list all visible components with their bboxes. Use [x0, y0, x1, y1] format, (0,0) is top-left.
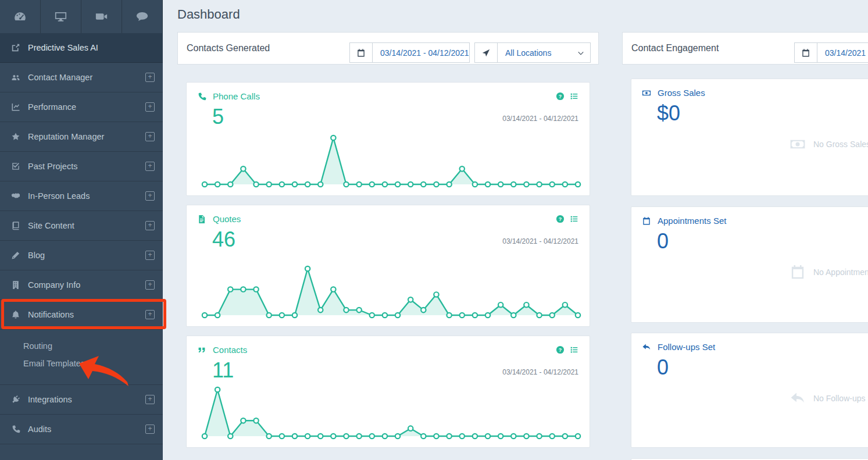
expand-plus-icon[interactable]: +: [145, 191, 155, 201]
star-icon: [11, 132, 20, 141]
svg-text:?: ?: [559, 216, 562, 222]
empty-state: No Gross Sales: [790, 136, 868, 152]
card-gross-sales: Gross Sales$0No Gross Sales: [631, 79, 868, 196]
sidebar-item-in-person-leads[interactable]: In-Person Leads+: [0, 181, 163, 211]
handshake-icon: [11, 191, 20, 201]
card-value: 0: [657, 231, 868, 252]
sidebar-item-label: Audits: [28, 425, 51, 434]
question-icon[interactable]: ?: [556, 215, 565, 223]
location-arrow-icon-cell: [475, 43, 498, 62]
expand-plus-icon[interactable]: +: [145, 132, 155, 141]
card-label: Appointments Set: [658, 216, 726, 226]
expand-plus-icon[interactable]: +: [145, 425, 155, 434]
card-value: 0: [657, 357, 868, 378]
sidebar-item-past-projects[interactable]: Past Projects+: [0, 152, 163, 181]
empty-state-text: No Appointments: [813, 268, 868, 277]
sidebar-item-notifications[interactable]: Notifications+: [0, 300, 163, 330]
calendar-icon-cell: [795, 43, 817, 62]
plug-icon: [11, 395, 20, 404]
expand-plus-icon[interactable]: +: [145, 73, 155, 82]
submenu-item-routing[interactable]: Routing: [0, 337, 163, 355]
sidebar-item-contact-manager[interactable]: Contact Manager+: [0, 63, 163, 92]
calendar-icon: [642, 216, 651, 226]
sidebar-item-label: Notifications: [28, 310, 74, 319]
question-icon[interactable]: ?: [556, 92, 565, 101]
chevron-down-icon: [577, 43, 590, 62]
sidebar-item-label: Blog: [28, 251, 45, 260]
card-label: Contacts: [213, 345, 247, 355]
card-header: Appointments Set: [631, 207, 868, 226]
card-label: Follow-ups Set: [658, 342, 715, 352]
sidebar-item-label: Integrations: [28, 395, 72, 404]
empty-state-text: No Gross Sales: [813, 140, 868, 149]
card-appointments-set: Appointments Set0No Appointments: [631, 206, 868, 323]
sidebar-item-site-content[interactable]: Site Content+: [0, 211, 163, 241]
money-bill-icon: [642, 88, 651, 98]
card-header: Gross Sales: [631, 79, 868, 98]
location-select-value[interactable]: All Locations: [498, 43, 577, 62]
page-title: Dashboard: [177, 7, 240, 22]
calendar-icon-cell: [350, 43, 373, 62]
money-bill-icon: [790, 136, 806, 152]
date-range-value[interactable]: 03/14/2021 - 0: [817, 43, 868, 62]
expand-plus-icon[interactable]: +: [145, 251, 155, 260]
expand-plus-icon[interactable]: +: [145, 162, 155, 171]
expand-plus-icon[interactable]: +: [145, 310, 155, 319]
reply-icon: [642, 343, 651, 352]
check-square-icon: [11, 162, 20, 171]
location-select[interactable]: All Locations: [474, 42, 591, 63]
question-icon[interactable]: ?: [556, 345, 565, 354]
date-range-value[interactable]: 03/14/2021 - 04/12/2021: [373, 43, 477, 62]
book-icon: [11, 221, 20, 230]
list-icon[interactable]: [570, 92, 578, 101]
sidebar-item-label: Contact Manager: [28, 73, 92, 82]
expand-plus-icon[interactable]: +: [145, 395, 155, 404]
expand-plus-icon[interactable]: +: [145, 221, 155, 230]
svg-text:?: ?: [559, 347, 562, 353]
sidebar-item-predictive-sales-ai[interactable]: Predictive Sales AI: [0, 33, 163, 63]
sidebar-item-reputation-manager[interactable]: Reputation Manager+: [0, 122, 163, 152]
expand-plus-icon[interactable]: +: [145, 280, 155, 290]
topbar: [0, 0, 163, 33]
list-icon[interactable]: [570, 345, 578, 354]
card-value: $0: [657, 103, 868, 124]
card-label: Gross Sales: [658, 88, 705, 98]
panel-title: Contact Engagement: [631, 43, 719, 54]
sidebar-item-label: Reputation Manager: [28, 132, 104, 141]
submenu-item-email-templates[interactable]: Email Templates: [0, 355, 163, 372]
card-follow-ups-set: Follow-ups Set0No Follow-ups S: [631, 333, 868, 448]
card-header: Phone Calls?: [187, 83, 590, 101]
date-range-picker[interactable]: 03/14/2021 - 0: [794, 42, 868, 63]
sidebar-item-label: Site Content: [28, 221, 74, 230]
topbar-gauge-button[interactable]: [0, 0, 41, 33]
card-label: Phone Calls: [213, 91, 260, 101]
topbar-video-button[interactable]: [81, 0, 122, 33]
bell-icon: [11, 310, 20, 319]
sidebar-item-integrations[interactable]: Integrations+: [0, 385, 163, 415]
sidebar-menu: Predictive Sales AIContact Manager+Perfo…: [0, 33, 163, 444]
topbar-comment-button[interactable]: [122, 0, 163, 33]
contacts-generated-panel-header: Contacts Generated 03/14/2021 - 04/12/20…: [177, 32, 599, 65]
card-date-range: 03/14/2021 - 04/12/2021: [502, 368, 578, 376]
empty-state-text: No Follow-ups S: [813, 394, 868, 403]
comment-icon: [135, 10, 149, 23]
submenu-notifications: RoutingEmail Templates: [0, 330, 163, 385]
card-header-icons: ?: [556, 345, 578, 354]
card-header: Follow-ups Set: [631, 333, 868, 352]
sparkline-chart: [201, 130, 582, 191]
sidebar-item-company-info[interactable]: Company Info+: [0, 270, 163, 300]
card-date-range: 03/14/2021 - 04/12/2021: [502, 115, 578, 123]
card-header-icons: ?: [556, 215, 578, 223]
sidebar-item-audits[interactable]: Audits+: [0, 415, 163, 444]
topbar-desktop-button[interactable]: [41, 0, 81, 33]
sidebar-item-label: Performance: [28, 102, 76, 112]
location-arrow-icon: [481, 48, 491, 58]
list-icon[interactable]: [570, 215, 578, 223]
sidebar-item-performance[interactable]: Performance+: [0, 92, 163, 122]
date-range-picker[interactable]: 03/14/2021 - 04/12/2021: [349, 42, 470, 63]
card-header: Contacts?: [187, 336, 590, 355]
sidebar-item-label: Past Projects: [28, 162, 77, 171]
video-icon: [95, 10, 108, 23]
expand-plus-icon[interactable]: +: [145, 102, 155, 112]
sidebar-item-blog[interactable]: Blog+: [0, 241, 163, 270]
